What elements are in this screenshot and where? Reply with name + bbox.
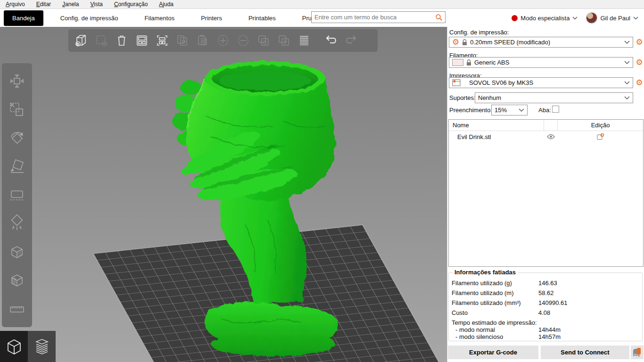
expert-mode-icon <box>512 15 518 21</box>
lock-icon <box>462 39 467 46</box>
multimaterial-paint-tool-icon[interactable] <box>7 270 27 291</box>
filament-combo[interactable]: Generic ABS <box>449 57 633 68</box>
tab-filamentos[interactable]: Filamentos <box>138 11 182 25</box>
paint-supports-tool-icon[interactable] <box>7 213 27 234</box>
export-gcode-button[interactable]: Exportar G-code <box>448 346 538 359</box>
print-settings-combo[interactable]: ⚙ 0.20mm SPEED (modificado) <box>449 37 633 48</box>
split-objects-icon[interactable]: O <box>256 32 272 49</box>
seam-paint-tool-icon[interactable] <box>7 242 27 263</box>
filament-value: Generic ABS <box>474 59 621 66</box>
mode-label: Modo especialista <box>520 15 570 22</box>
tab-printables[interactable]: Printables <box>242 11 282 25</box>
search-icon[interactable] <box>435 14 445 21</box>
tab-printers[interactable]: Printers <box>194 11 229 25</box>
eye-icon[interactable] <box>544 134 558 140</box>
print-settings-label: Config. de impressão: <box>449 29 509 36</box>
brim-checkbox[interactable] <box>552 106 559 113</box>
cut-tool-icon[interactable] <box>7 185 27 206</box>
table-row[interactable]: Evil Drink.stl <box>449 131 643 142</box>
print-settings-value: 0.20mm SPEED (modificado) <box>470 39 621 46</box>
user-menu[interactable]: Gil de Paul <box>583 10 641 25</box>
tab-bar: Bandeja Config. de impressão Filamentos … <box>0 9 644 27</box>
info-label: Custo <box>452 309 538 316</box>
supports-combo[interactable]: Nenhum <box>475 92 633 103</box>
printer-value: SOVOL SV06 by MK3S <box>463 79 621 86</box>
top-toolbar: O P <box>68 29 378 52</box>
arrange-icon[interactable] <box>134 32 150 49</box>
info-value: 4.08 <box>538 309 550 316</box>
user-name: Gil de Paul <box>600 15 630 22</box>
column-header-visibility <box>544 120 558 131</box>
infill-combo[interactable]: 15% <box>491 105 528 115</box>
split-parts-icon[interactable]: P <box>276 32 292 49</box>
menu-vista[interactable]: Vista <box>84 0 108 8</box>
copy-icon[interactable] <box>174 32 190 49</box>
menu-configuracao[interactable]: Configuração <box>108 0 153 8</box>
infill-value: 15% <box>495 107 516 114</box>
edit-object-icon[interactable] <box>558 133 643 140</box>
printer-combo[interactable]: SOVOL SV06 by MK3S <box>449 77 633 88</box>
printer-gear-button[interactable]: ⚙ <box>635 78 644 87</box>
arrange-selection-icon[interactable] <box>154 32 170 49</box>
object-list: Nome Edição Evil Drink.stl <box>448 119 644 267</box>
place-on-face-tool-icon[interactable] <box>7 156 27 177</box>
tab-bandeja[interactable]: Bandeja <box>4 10 43 26</box>
move-tool-icon[interactable] <box>7 71 27 91</box>
info-value: 146.63 <box>538 280 557 287</box>
brim-label: Aba: <box>538 107 551 114</box>
add-instance-icon[interactable] <box>215 32 231 49</box>
chevron-down-icon <box>624 41 630 44</box>
info-label: - modo normal <box>455 326 538 333</box>
preview-view-button[interactable] <box>28 331 56 362</box>
svg-text:O: O <box>263 40 267 45</box>
supports-label: Suportes: <box>449 94 476 101</box>
menu-arquivo[interactable]: Arquivo <box>0 0 31 8</box>
menu-ajuda[interactable]: Ajuda <box>153 0 179 8</box>
print-settings-gear-button[interactable]: ⚙ <box>635 38 644 46</box>
chevron-down-icon <box>624 61 630 65</box>
view-mode-switch <box>0 331 56 362</box>
info-label: Filamento utilizado (m) <box>452 289 538 296</box>
sliced-info-box: Informações fatiadas Filamento utilizado… <box>448 272 643 341</box>
menu-janela[interactable]: Janela <box>57 0 84 8</box>
infill-label: Preenchimento: <box>449 107 492 114</box>
chevron-down-icon <box>624 81 630 85</box>
info-value: 58.62 <box>538 289 554 296</box>
info-time-title: Tempo estimado de impressão: <box>452 319 537 326</box>
action-button-row: Exportar G-code Send to Connect <box>447 346 644 359</box>
redo-icon[interactable] <box>343 32 359 49</box>
filament-color-swatch <box>452 59 463 66</box>
lock-icon <box>466 59 471 66</box>
editor-view-button[interactable] <box>0 331 28 362</box>
delete-all-icon[interactable] <box>114 32 130 49</box>
info-label: Filamento utilizado (mm³) <box>452 299 538 306</box>
add-object-icon[interactable] <box>73 32 89 49</box>
scale-tool-icon[interactable] <box>7 99 27 120</box>
delete-object-icon[interactable] <box>93 32 109 49</box>
mode-selector[interactable]: Modo especialista <box>509 13 580 24</box>
object-name: Evil Drink.stl <box>449 133 544 140</box>
scene-canvas[interactable] <box>0 27 447 362</box>
tab-config-impressao[interactable]: Config. de impressão <box>54 11 125 25</box>
column-header-name: Nome <box>449 120 544 131</box>
undo-icon[interactable] <box>323 32 339 49</box>
gear-icon: ⚙ <box>452 38 459 46</box>
export-to-sd-button[interactable] <box>631 346 644 359</box>
supports-value: Nenhum <box>478 94 621 101</box>
sliced-info-title: Informações fatiadas <box>453 269 518 276</box>
send-to-connect-button[interactable]: Send to Connect <box>541 346 629 359</box>
search-input[interactable] <box>312 14 435 21</box>
viewport-3d[interactable]: O P <box>0 27 447 362</box>
info-value: 14h44m <box>538 326 561 333</box>
column-header-edit: Edição <box>558 122 643 129</box>
remove-instance-icon[interactable] <box>235 32 251 49</box>
search-box[interactable] <box>311 11 446 23</box>
measure-tool-icon[interactable] <box>7 299 27 320</box>
paste-icon[interactable] <box>195 32 211 49</box>
right-panel: Config. de impressão: ⚙ 0.20mm SPEED (mo… <box>447 27 644 362</box>
menu-editar[interactable]: Editar <box>31 0 57 8</box>
filament-gear-button[interactable]: ⚙ <box>635 58 644 66</box>
chevron-down-icon <box>572 16 578 20</box>
rotate-tool-icon[interactable] <box>7 128 27 148</box>
variable-layer-height-icon[interactable] <box>296 32 312 49</box>
